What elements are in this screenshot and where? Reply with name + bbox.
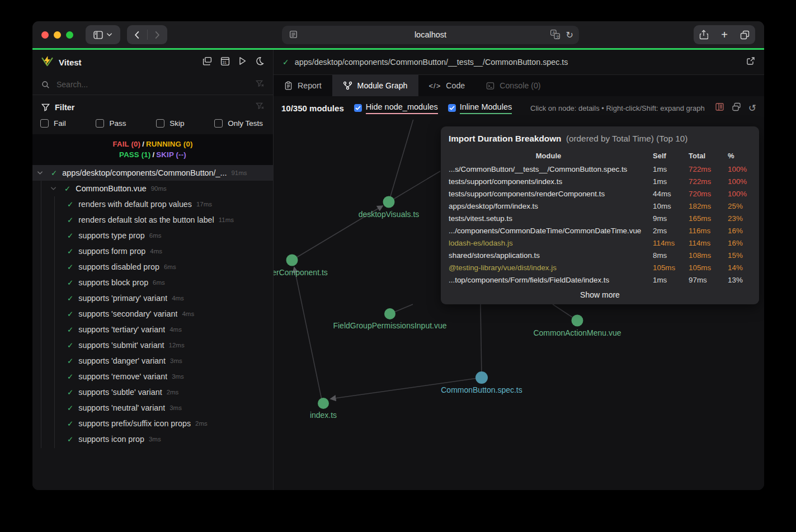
graph-hint: Click on node: details • Right-click/Shi… [530,104,705,112]
browser-chrome: localhost A文 ↻ + [32,21,764,48]
chevron-down-icon [106,32,112,37]
tree-test-row[interactable]: ✓supports 'danger' variant3ms [32,353,273,369]
percent-cell: 25% [728,200,751,213]
graph-edge [481,304,482,378]
share-icon[interactable] [694,25,714,44]
tree-test-row[interactable]: ✓supports prefix/suffix icon props2ms [32,416,273,431]
chevron-down-icon[interactable] [50,186,56,191]
self-time-cell: 1ms [653,274,684,286]
filter-checkbox-label: Skip [169,119,184,128]
tree-test-row[interactable]: ✓supports 'submit' variant12ms [32,337,273,353]
clear-filters-icon[interactable] [256,102,264,112]
tree-test-row[interactable]: ✓renders default slot as the button labe… [32,212,273,228]
tab-overview-icon[interactable] [734,25,755,44]
tree-suite-row[interactable]: ✓ CommonButton.vue 90ms [32,181,273,196]
tab-report[interactable]: Report [274,75,332,96]
export-graph-icon[interactable] [732,102,741,114]
tab-code[interactable]: </>Code [418,75,476,96]
pass-check-icon: ✓ [67,372,73,381]
nav-buttons [127,25,167,44]
tab-console-0[interactable]: Console (0) [475,75,551,96]
new-tab-icon[interactable]: + [714,25,735,44]
tree-test-row[interactable]: ✓supports disabled prop6ms [32,259,273,275]
filter-checkbox-only-tests[interactable]: Only Tests [214,119,263,128]
module-count: 10/350 modules [281,103,344,113]
tree-test-duration: 6ms [149,232,162,239]
reset-graph-icon[interactable]: ↺ [748,103,756,113]
tree-test-row[interactable]: ✓supports 'remove' variant3ms [32,369,273,384]
pass-check-icon: ✓ [67,403,73,412]
zoom-window-button[interactable] [66,31,73,39]
tree-suite-label: CommonButton.vue [76,184,146,193]
tree-test-row[interactable]: ✓supports block prop6ms [32,275,273,290]
indent-guide [41,181,41,448]
tree-test-row[interactable]: ✓supports 'neutral' variant3ms [32,400,273,416]
show-more-button[interactable]: Show more [449,290,751,299]
chevron-down-icon[interactable] [37,171,43,175]
percent-cell: 100% [728,163,751,176]
tree-test-row[interactable]: ✓supports 'secondary' variant4ms [32,306,273,322]
collapse-panels-icon[interactable] [202,57,212,68]
percent-cell: 16% [728,237,751,249]
checkbox-unchecked-icon [214,119,223,128]
module-graph-canvas[interactable]: desktopVisuals.tsrenderComponent.tsField… [274,120,764,490]
tree-test-row[interactable]: ✓supports icon prop3ms [32,431,273,447]
total-time-cell: 97ms [689,274,723,286]
filter-checkbox-pass[interactable]: Pass [96,119,126,128]
dashboard-icon[interactable]: 31 [220,57,230,68]
reload-icon[interactable]: ↻ [566,31,573,40]
hide-node-modules-checkbox[interactable]: Hide node_modules [354,102,438,114]
tree-test-row[interactable]: ✓renders with default prop values17ms [32,196,273,212]
filter-checkboxes: FailPassSkipOnly Tests [32,112,273,134]
inline-modules-checkbox[interactable]: Inline Modules [448,102,512,114]
fail-count: FAIL (0) [112,140,140,148]
percent-cell: 13% [728,274,751,286]
search-input[interactable] [55,79,250,90]
tree-test-duration: 3ms [172,373,184,380]
filter-checkbox-skip[interactable]: Skip [156,119,184,128]
tree-test-row[interactable]: ✓supports 'subtle' variant2ms [32,384,273,400]
tree-test-row[interactable]: ✓supports 'tertiary' variant4ms [32,322,273,337]
open-external-icon[interactable] [746,57,755,68]
tree-test-row[interactable]: ✓supports 'primary' variant4ms [32,290,273,306]
dark-mode-icon[interactable] [255,57,264,68]
test-tree: ✓ apps/desktop/components/CommonButton/_… [32,165,273,490]
pass-count: PASS (1) [119,150,150,159]
run-status-summary: FAIL (0)/RUNNING (0) PASS (1)/SKIP (--) [32,134,273,165]
tab-module-graph[interactable]: Module Graph [332,75,418,96]
graph-node-rendercomponent-ts[interactable] [286,255,298,266]
minimize-window-button[interactable] [54,31,61,39]
graph-node-index-ts[interactable] [318,398,329,409]
tree-file-row[interactable]: ✓ apps/desktop/components/CommonButton/_… [32,165,273,181]
self-time-cell: 2ms [653,225,684,237]
close-window-button[interactable] [41,31,49,39]
percent-cell: 16% [728,225,751,237]
graph-node-commonactionmenu-vue[interactable] [572,315,583,327]
address-bar[interactable]: localhost A文 ↻ [282,26,579,44]
sidebar-toggle-button[interactable] [86,25,120,44]
back-button[interactable] [128,25,147,44]
tree-test-row[interactable]: ✓supports type prop6ms [32,228,273,243]
clear-search-filter-icon[interactable] [256,79,264,90]
tree-test-row[interactable]: ✓supports form prop4ms [32,243,273,259]
tree-test-duration: 4ms [150,248,162,255]
main-panel: ✓ apps/desktop/components/CommonButton/_… [274,50,764,490]
run-all-icon[interactable] [238,57,247,68]
column-header: Module [449,150,648,163]
code-icon: </> [429,82,441,90]
self-time-cell: 105ms [653,262,684,274]
percent-cell: 14% [728,262,751,274]
svg-text:31: 31 [223,60,227,64]
tree-test-duration: 3ms [169,404,182,411]
filter-checkbox-fail[interactable]: Fail [40,119,66,128]
total-time-cell: 182ms [689,200,723,213]
percent-cell: 100% [728,188,751,200]
graph-node-desktopvisuals-ts[interactable] [383,196,395,208]
forward-button[interactable] [148,25,167,44]
tree-test-label: supports block prop [78,278,148,287]
graph-node-commonbutton-spec-ts[interactable] [475,371,488,384]
legend-book-icon[interactable] [715,102,724,114]
translate-icon[interactable]: A文 [550,29,561,42]
graph-node-fieldgrouppermissionsinput-vue[interactable] [384,308,395,319]
graph-node-label: index.ts [310,411,337,420]
